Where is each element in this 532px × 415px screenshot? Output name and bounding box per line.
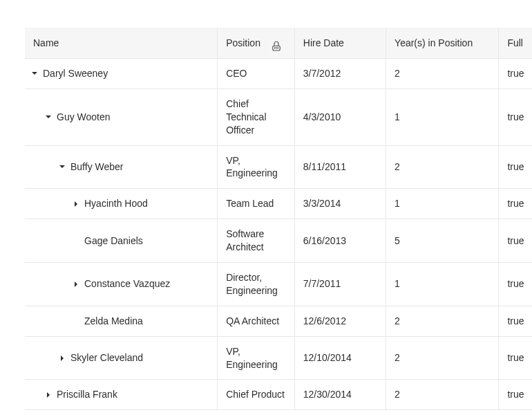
table-row[interactable]: Gage DanielsSoftware Architect6/16/20135… (25, 219, 532, 263)
row-hire-date: 12/10/2014 (295, 337, 386, 380)
tree-grid: Name Position Hire Date Year(s) in Posit… (25, 28, 532, 410)
row-full: true (499, 263, 532, 306)
table-row[interactable]: Priscilla FrankChief Product12/30/20142t… (25, 380, 532, 410)
row-hire-date: 6/16/2013 (295, 219, 386, 263)
row-position: Chief Product (218, 380, 295, 410)
row-name: Guy Wooten (57, 111, 111, 124)
row-full: true (499, 89, 532, 146)
row-name: Constance Vazquez (84, 277, 170, 290)
row-years: 2 (386, 337, 499, 380)
row-years: 1 (386, 89, 499, 146)
row-position: Team Lead (218, 189, 295, 219)
expand-toggle-icon[interactable] (30, 69, 39, 77)
table-row[interactable]: Hyacinth HoodTeam Lead3/3/20141true (25, 189, 532, 219)
row-full: true (499, 380, 532, 410)
row-hire-date: 3/7/2012 (295, 59, 386, 89)
expand-toggle-icon[interactable] (44, 113, 53, 121)
row-years: 2 (386, 380, 499, 410)
row-hire-date: 12/30/2014 (295, 380, 386, 410)
table-row[interactable]: Guy WootenChief Technical Officer4/3/201… (25, 89, 532, 146)
column-header-position[interactable]: Position (218, 28, 295, 59)
row-full: true (499, 146, 532, 190)
table-row[interactable]: Constance VazquezDirector, Engineering7/… (25, 263, 532, 306)
row-position: Director, Engineering (218, 263, 295, 306)
expand-toggle-icon[interactable] (58, 163, 66, 171)
row-hire-date: 3/3/2014 (295, 189, 386, 219)
row-years: 2 (386, 59, 499, 89)
table-row[interactable]: Buffy WeberVP, Engineering8/11/20112true (25, 146, 532, 190)
table-row[interactable]: Daryl SweeneyCEO3/7/20122true (25, 59, 532, 89)
column-header-full[interactable]: Full (499, 28, 532, 59)
table-row[interactable]: Zelda MedinaQA Architect12/6/20122true (25, 306, 532, 337)
row-name: Buffy Weber (70, 160, 124, 174)
row-position: VP, Engineering (218, 337, 295, 380)
column-header-hire-date[interactable]: Hire Date (295, 28, 386, 59)
row-position: QA Architect (218, 306, 295, 337)
row-years: 1 (386, 189, 499, 219)
row-name: Hyacinth Hood (84, 197, 148, 210)
row-years: 1 (386, 263, 499, 306)
column-header-row: Name Position Hire Date Year(s) in Posit… (25, 28, 532, 59)
column-header-years[interactable]: Year(s) in Position (386, 28, 499, 59)
row-hire-date: 8/11/2011 (295, 146, 386, 190)
collapse-toggle-icon[interactable] (72, 280, 80, 288)
row-position: VP, Engineering (218, 146, 295, 190)
row-years: 5 (386, 219, 499, 263)
row-hire-date: 4/3/2010 (295, 89, 386, 146)
row-name: Gage Daniels (84, 234, 143, 248)
row-name: Priscilla Frank (57, 388, 117, 401)
row-position: CEO (218, 59, 295, 89)
row-name: Daryl Sweeney (43, 67, 108, 80)
row-name: Skyler Cleveland (70, 351, 143, 365)
row-full: true (499, 306, 532, 337)
column-header-name[interactable]: Name (25, 28, 218, 59)
row-full: true (499, 337, 532, 380)
row-position: Software Architect (218, 219, 295, 263)
row-hire-date: 7/7/2011 (295, 263, 386, 306)
collapse-toggle-icon[interactable] (58, 354, 66, 362)
row-years: 2 (386, 146, 499, 190)
collapse-toggle-icon[interactable] (72, 200, 80, 208)
row-full: true (499, 189, 532, 219)
row-hire-date: 12/6/2012 (295, 306, 386, 337)
row-position: Chief Technical Officer (218, 89, 295, 146)
table-row[interactable]: Skyler ClevelandVP, Engineering12/10/201… (25, 337, 532, 380)
row-full: true (499, 219, 532, 263)
row-years: 2 (386, 306, 499, 337)
row-full: true (499, 59, 532, 89)
row-name: Zelda Medina (84, 315, 143, 328)
collapse-toggle-icon[interactable] (44, 391, 53, 399)
